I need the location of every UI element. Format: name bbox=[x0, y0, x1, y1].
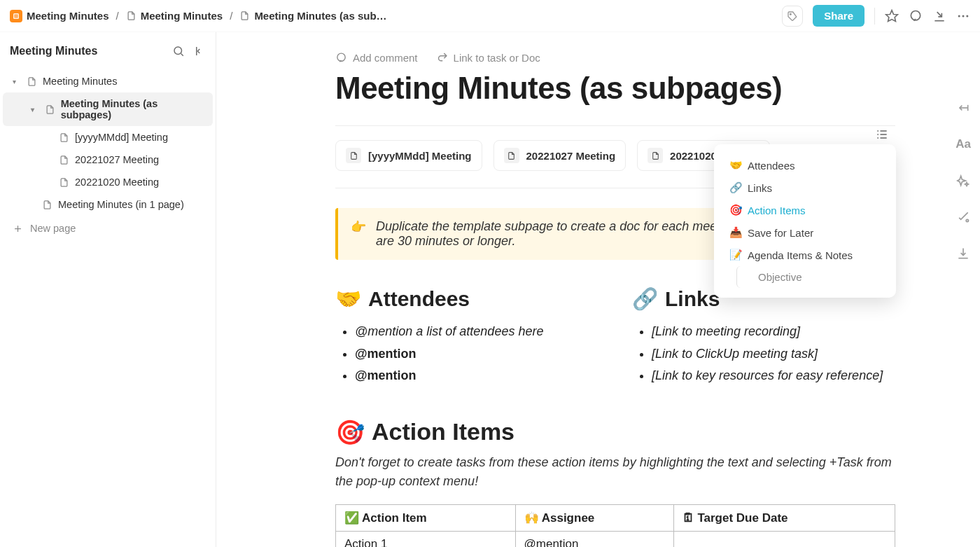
doc-icon bbox=[42, 200, 52, 210]
doc-icon bbox=[504, 148, 519, 163]
svg-point-2 bbox=[790, 13, 792, 15]
inbox-icon: 📥 bbox=[729, 226, 742, 239]
doc-icon bbox=[45, 104, 55, 115]
outline-item-attendees[interactable]: 🤝 Attendees bbox=[722, 154, 888, 176]
divider bbox=[874, 8, 875, 25]
sidebar-header: Meeting Minutes bbox=[0, 45, 216, 70]
col-target-date[interactable]: 🗓 Target Due Date bbox=[673, 505, 895, 532]
outline-item-save-later[interactable]: 📥 Save for Later bbox=[722, 221, 888, 244]
action-items-table[interactable]: ✅ Action Item 🙌 Assignee 🗓 Target Due Da… bbox=[335, 504, 895, 547]
sidebar-title: Meeting Minutes bbox=[10, 45, 97, 57]
memo-icon: 📝 bbox=[729, 249, 742, 261]
tree-child-0[interactable]: [yyyyMMdd] Meeting bbox=[3, 126, 213, 148]
subpage-card-0[interactable]: [yyyyMMdd] Meeting bbox=[335, 140, 482, 171]
caret-down-icon[interactable]: ▾ bbox=[13, 78, 21, 85]
top-actions: Share bbox=[782, 5, 970, 27]
attendee-item-1[interactable]: @mention bbox=[355, 343, 598, 366]
link-to-task-button[interactable]: Link to task or Doc bbox=[436, 52, 540, 64]
crumb-root-label: Meeting Minutes bbox=[27, 10, 109, 22]
search-icon[interactable] bbox=[172, 45, 185, 57]
crumb-level2[interactable]: Meeting Minutes (as sub… bbox=[239, 10, 386, 22]
outline-toggle-icon[interactable] bbox=[875, 127, 889, 141]
sidebar-tree: ▾ Meeting Minutes ▾ Meeting Minutes (as … bbox=[0, 70, 216, 216]
caret-down-icon[interactable]: ▾ bbox=[31, 106, 39, 113]
doc-icon bbox=[126, 11, 136, 21]
favorite-icon[interactable] bbox=[885, 9, 899, 23]
share-button[interactable]: Share bbox=[813, 5, 864, 27]
crumb-level1-label: Meeting Minutes bbox=[141, 10, 223, 22]
outline-item-agenda[interactable]: 📝 Agenda Items & Notes bbox=[722, 244, 888, 266]
doc-icon bbox=[59, 132, 69, 143]
action-items-note[interactable]: Don't forget to create tasks from these … bbox=[335, 453, 895, 492]
outline-label-agenda: Agenda Items & Notes bbox=[748, 249, 853, 261]
handshake-icon: 🤝 bbox=[729, 159, 742, 172]
doc-icon bbox=[346, 148, 361, 163]
doc-title[interactable]: Meeting Minutes (as subpages) bbox=[335, 71, 895, 106]
new-page-button[interactable]: New page bbox=[0, 216, 216, 241]
row1-assignee[interactable]: @mention bbox=[515, 532, 673, 547]
outline-label-save-later: Save for Later bbox=[748, 227, 813, 239]
back-arrow-icon[interactable] bbox=[956, 101, 970, 115]
tree-subpages-parent[interactable]: ▾ Meeting Minutes (as subpages) bbox=[3, 92, 213, 126]
crumb-root[interactable]: Meeting Minutes bbox=[10, 10, 109, 22]
add-comment-button[interactable]: Add comment bbox=[335, 52, 418, 64]
ai-icon[interactable] bbox=[956, 174, 970, 188]
collapse-sidebar-icon[interactable] bbox=[192, 45, 204, 57]
links-section: 🔗 Links [Link to meeting recording] [Lin… bbox=[632, 286, 895, 387]
outline-popup: 🤝 Attendees 🔗 Links 🎯 Action Items 📥 Sav… bbox=[714, 144, 896, 298]
attendee-item-0[interactable]: @mention a list of attendees here bbox=[355, 321, 598, 343]
col-assignee[interactable]: 🙌 Assignee bbox=[515, 505, 673, 532]
links-heading[interactable]: Links bbox=[665, 287, 720, 311]
link-item-1[interactable]: [Link to ClickUp meeting task] bbox=[652, 343, 895, 366]
tree-child-0-label: [yyyyMMdd] Meeting bbox=[75, 132, 168, 143]
attendee-item-2[interactable]: @mention bbox=[355, 365, 598, 387]
import-icon[interactable] bbox=[932, 9, 946, 23]
topbar: Meeting Minutes / Meeting Minutes / Meet… bbox=[0, 0, 980, 32]
outline-label-objective: Objective bbox=[758, 271, 802, 283]
outline-item-action-items[interactable]: 🎯 Action Items bbox=[722, 199, 888, 221]
table-row[interactable]: Action 1 @mention bbox=[336, 532, 895, 547]
pointer-icon: 👉 bbox=[351, 219, 366, 249]
svg-rect-1 bbox=[14, 14, 18, 18]
tree-root[interactable]: ▾ Meeting Minutes bbox=[3, 70, 213, 92]
link-item-2[interactable]: [Link to key resources for easy referenc… bbox=[652, 365, 895, 387]
target-icon: 🎯 bbox=[729, 204, 742, 216]
outline-item-objective[interactable]: Objective bbox=[736, 266, 888, 288]
tag-button[interactable] bbox=[782, 6, 803, 27]
attendees-section: 🤝 Attendees @mention a list of attendees… bbox=[335, 286, 598, 387]
handshake-icon: 🤝 bbox=[335, 286, 361, 311]
svg-point-8 bbox=[174, 47, 182, 55]
svg-point-4 bbox=[911, 11, 920, 20]
tree-one-page[interactable]: Meeting Minutes (in 1 page) bbox=[3, 193, 213, 216]
comments-icon[interactable] bbox=[909, 9, 923, 23]
tree-subpages-parent-label: Meeting Minutes (as subpages) bbox=[61, 98, 207, 120]
link-item-0[interactable]: [Link to meeting recording] bbox=[652, 321, 895, 343]
right-rail: Aa bbox=[946, 95, 980, 261]
attendees-heading[interactable]: Attendees bbox=[368, 287, 470, 311]
row1-item[interactable]: Action 1 bbox=[336, 532, 516, 547]
breadcrumbs: Meeting Minutes / Meeting Minutes / Meet… bbox=[10, 10, 387, 22]
app-icon bbox=[10, 10, 22, 22]
svg-point-5 bbox=[958, 15, 960, 17]
col-action-item[interactable]: ✅ Action Item bbox=[336, 505, 516, 532]
svg-point-6 bbox=[962, 15, 965, 17]
tree-child-1[interactable]: 20221027 Meeting bbox=[3, 148, 213, 171]
typography-button[interactable]: Aa bbox=[955, 137, 971, 151]
tree-child-2[interactable]: 20221020 Meeting bbox=[3, 171, 213, 193]
subpage-card-1[interactable]: 20221027 Meeting bbox=[493, 140, 626, 171]
export-icon[interactable] bbox=[956, 247, 970, 261]
link-icon: 🔗 bbox=[632, 286, 658, 311]
outline-item-links[interactable]: 🔗 Links bbox=[722, 176, 888, 199]
action-items-heading[interactable]: Action Items bbox=[372, 418, 514, 445]
row1-date[interactable] bbox=[673, 532, 895, 547]
tree-root-label: Meeting Minutes bbox=[43, 76, 117, 87]
subpage-card-0-label: [yyyyMMdd] Meeting bbox=[368, 150, 472, 162]
doc-meta: Add comment Link to task or Doc bbox=[335, 52, 895, 64]
subpage-card-1-label: 20221027 Meeting bbox=[526, 150, 616, 162]
svg-point-9 bbox=[337, 53, 345, 61]
crumb-level1[interactable]: Meeting Minutes bbox=[126, 10, 223, 22]
sparkle-icon[interactable] bbox=[956, 210, 970, 224]
new-page-label: New page bbox=[30, 223, 76, 234]
more-icon[interactable] bbox=[956, 9, 970, 23]
doc-icon bbox=[59, 177, 69, 188]
